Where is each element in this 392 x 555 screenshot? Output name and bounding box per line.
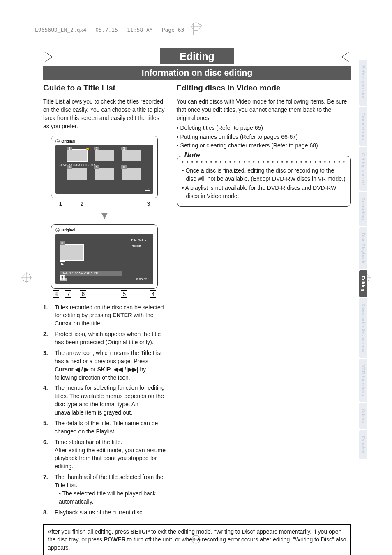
bullet-1: • Deleting titles (Refer to page 65) (177, 124, 351, 132)
file-name: E9656UD_EN_2.qx4 (35, 27, 86, 33)
page-fold-icon (193, 24, 202, 35)
pause-icon: ❚❚ (60, 275, 65, 281)
callout-6: 6 (80, 290, 86, 298)
callout-3: 3 (145, 200, 152, 207)
file-time: 11:58 AM (127, 27, 153, 33)
tv2-title-strip: JAN/1 1:00AM CH12 XP (60, 271, 122, 276)
thumb-1: 1 (67, 147, 72, 150)
callout-2: 2 (78, 200, 85, 207)
tv-diagram-2: Original Title Delete Ptotect 6 ▶ JAN/1 … (51, 224, 158, 298)
tab-getting-started[interactable]: Getting started (359, 147, 367, 191)
list-num-6: 6. (43, 438, 51, 471)
crop-mark-left (21, 272, 32, 283)
list-text-8: Playback status of the current disc. (55, 509, 144, 517)
lock-icon: 🔒 (85, 147, 90, 150)
list-text-3: The arrow icon, which means the Title Li… (55, 349, 166, 382)
list-num-7: 7. (43, 473, 51, 506)
callout-5: 5 (121, 290, 127, 298)
disc-icon (55, 139, 60, 143)
tab-connections[interactable]: Connections (359, 107, 367, 146)
file-header: E9656UD_EN_2.qx4 05.7.15 11:58 AM Page 6… (35, 24, 202, 35)
thumb-5: 5 (94, 165, 99, 169)
footer-box: After you finish all editing, press SETU… (43, 524, 351, 555)
right-subheading: Editing discs in Video mode (177, 83, 351, 94)
note-box: Note • • • • • • • • • • • • • • • • • •… (177, 156, 351, 207)
list-text-6: Time status bar of the title. After exit… (55, 438, 166, 471)
list-text-5: The details of the title. Title name can… (55, 419, 166, 436)
thumb-2: 2 (94, 147, 99, 150)
elapsed-time: 0:00:59 (136, 277, 148, 281)
disc-icon (55, 228, 60, 232)
tv1-mode: Original (61, 139, 75, 143)
footer-text: After you finish all editing, press SETU… (48, 528, 346, 553)
list-text-7: The thumbnail of the title selected from… (55, 473, 166, 506)
tv1-caption: JAN/1 1:00AM CH12 XP (59, 163, 150, 167)
note-1: • Once a disc is finalized, editing the … (182, 167, 346, 183)
section-heading: Information on disc editing (43, 66, 351, 80)
play-icon: ▶ (60, 261, 65, 267)
callout-7: 7 (65, 290, 71, 298)
list-num-3: 3. (43, 349, 51, 382)
list-num-2: 2. (43, 330, 51, 347)
note-dots: • • • • • • • • • • • • • • • • • • • • … (182, 159, 346, 165)
tv-diagram-1: Original 1🔒 2 3 JAN/1 1:00AM CH12 XP 4 5… (51, 136, 158, 207)
left-intro: Title List allows you to check the title… (43, 98, 166, 131)
thumb-6: 6 (121, 165, 126, 169)
thumb-3: 3 (121, 147, 126, 150)
list-num-1: 1. (43, 304, 51, 328)
menu-title-delete: Title Delete (128, 237, 150, 243)
tab-recording[interactable]: Recording (359, 192, 367, 226)
tab-disc-playback[interactable]: Disc Playback (359, 227, 367, 269)
tab-others[interactable]: Others (359, 403, 367, 429)
numbered-list: 1.Titles recorded on the disc can be sel… (43, 304, 166, 517)
edit-menu: Title Delete Ptotect (128, 237, 150, 249)
list-num-8: 8. (43, 509, 51, 517)
callout-4: 4 (150, 290, 156, 298)
tab-before-you-start[interactable]: Before you start (359, 60, 367, 106)
right-intro: You can edit discs with Video mode for t… (177, 98, 351, 122)
bullet-2: • Putting names on titles (Refer to page… (177, 133, 351, 141)
detail-thumb-num: 6 (60, 241, 65, 245)
page-title: Editing (160, 48, 234, 64)
thumb-4: 4 (67, 165, 72, 169)
list-text-1: Titles recorded on the disc can be selec… (55, 304, 166, 328)
tab-vcr-functions[interactable]: VCR functions (359, 359, 367, 402)
file-page: Page 63 (162, 27, 184, 33)
tab-changing-setting[interactable]: Changing the Setting menu (359, 298, 367, 358)
progress-bar: 0:00:59 (60, 278, 149, 281)
tab-editing[interactable]: Editing (359, 270, 367, 297)
tab-espanol[interactable]: Español (359, 430, 367, 459)
tv2-mode: Original (61, 228, 75, 232)
note-2: • A playlist is not available for the DV… (182, 184, 346, 200)
side-tabs: Before you start Connections Getting sta… (359, 60, 367, 459)
list-num-5: 5. (43, 419, 51, 436)
left-subheading: Guide to a Title List (43, 83, 166, 94)
list-text-2: Protect icon, which appears when the tit… (55, 330, 166, 347)
title-banner: Editing (43, 48, 351, 64)
menu-protect: Ptotect (128, 243, 150, 249)
bullet-3: • Setting or clearing chapter markers (R… (177, 142, 351, 150)
right-bullets: • Deleting titles (Refer to page 65) • P… (177, 124, 351, 150)
callout-1: 1 (57, 200, 64, 207)
callout-8: 8 (53, 290, 59, 298)
next-page-icon: → (145, 186, 150, 191)
file-date: 05.7.15 (95, 27, 118, 33)
list-text-4: The menus for selecting function for edi… (55, 384, 166, 417)
note-title: Note (182, 151, 203, 159)
list-num-4: 4. (43, 384, 51, 417)
down-arrow-icon: ▼ (43, 209, 166, 222)
